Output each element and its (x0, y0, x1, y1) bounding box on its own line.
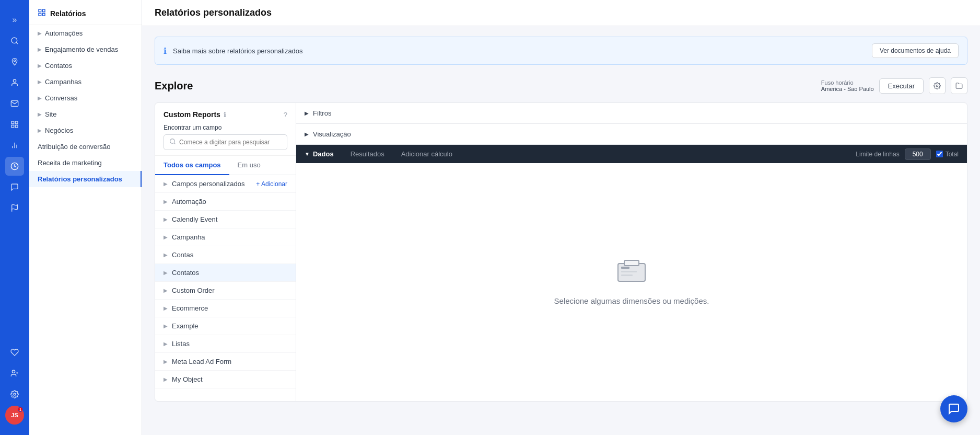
field-group-example[interactable]: ▶ Example (155, 317, 296, 335)
panel-title: Custom Reports (164, 110, 220, 119)
field-group-automacao[interactable]: ▶ Automação (155, 193, 296, 211)
field-group-ecommerce[interactable]: ▶ Ecommerce (155, 300, 296, 317)
tab-all-fields[interactable]: Todos os campos (155, 156, 229, 175)
sidebar-item-label: Contatos (45, 62, 72, 70)
chevron-icon: ▶ (164, 359, 168, 364)
grid-icon[interactable] (5, 115, 24, 134)
sidebar-item-label: Automações (45, 29, 83, 37)
chevron-icon: ▶ (38, 95, 42, 101)
empty-icon (617, 259, 646, 288)
results-tab-label: Resultados (351, 150, 384, 158)
field-group-my-object[interactable]: ▶ My Object (155, 371, 296, 388)
filters-row[interactable]: ▶ Filtros (296, 103, 967, 124)
chevron-icon: ▶ (164, 234, 168, 240)
add-link[interactable]: + Adicionar (256, 180, 287, 188)
field-group-label: Custom Order (172, 287, 215, 294)
data-tab-label: Dados (313, 150, 334, 158)
data-tab-resultados[interactable]: Resultados (342, 145, 393, 163)
sidebar-item-relatorios-personalizados[interactable]: Relatórios personalizados (29, 171, 142, 187)
field-group-label: Ecommerce (172, 304, 208, 312)
field-group-campanha[interactable]: ▶ Campanha (155, 228, 296, 246)
settings-button[interactable] (929, 77, 946, 94)
chat-icon[interactable] (5, 178, 24, 197)
sidebar-item-label: Site (45, 110, 56, 118)
field-group-listas[interactable]: ▶ Listas (155, 335, 296, 353)
sidebar-item-automacoes[interactable]: ▶ Automações (29, 25, 142, 41)
field-group-label: Example (172, 322, 199, 330)
avatar-icon[interactable]: JS 1 (5, 406, 24, 425)
svg-rect-6 (11, 125, 14, 128)
chevron-icon: ▶ (164, 181, 168, 187)
clock-icon[interactable] (5, 157, 24, 176)
expand-icon[interactable]: » (5, 10, 24, 29)
svg-rect-18 (42, 9, 45, 12)
data-tab-dados[interactable]: ▼ Dados (296, 145, 342, 163)
field-group-campos-personalizados[interactable]: ▶ Campos personalizados + Adicionar (155, 175, 296, 193)
timezone-value: America - Sao Paulo (821, 86, 874, 92)
sidebar-item-atribuicao[interactable]: Atribuição de conversão (29, 139, 142, 155)
field-group-contatos[interactable]: ▶ Contatos (155, 264, 296, 282)
sidebar-item-negocios[interactable]: ▶ Negócios (29, 122, 142, 139)
page-title: Relatórios personalizados (155, 7, 272, 18)
search-icon[interactable] (5, 31, 24, 50)
person-icon[interactable] (5, 73, 24, 92)
flag-icon[interactable] (5, 199, 24, 218)
total-checkbox-input[interactable] (936, 151, 943, 157)
tab-in-use[interactable]: Em uso (229, 156, 269, 175)
field-group-calendly[interactable]: ▶ Calendly Event (155, 211, 296, 228)
sidebar-item-contatos[interactable]: ▶ Contatos (29, 58, 142, 74)
data-toolbar-right: Limite de linhas Total (856, 148, 967, 160)
explore-header: Explore Fuso horário America - Sao Paulo… (155, 77, 967, 94)
sidebar-title: Relatórios (50, 9, 86, 18)
sidebar-item-site[interactable]: ▶ Site (29, 106, 142, 122)
left-panel: Custom Reports ℹ ? Encontrar um campo (155, 103, 296, 401)
pin-icon[interactable] (5, 52, 24, 71)
notification-badge: 1 (18, 407, 23, 412)
tabs: Todos os campos Em uso (155, 156, 296, 175)
field-group-label: Campos personalizados (172, 180, 244, 188)
explore-body: Custom Reports ℹ ? Encontrar um campo (155, 102, 967, 402)
visualization-label: Visualização (313, 130, 351, 138)
empty-state-text: Selecione algumas dimensões ou medições. (554, 296, 709, 305)
settings-icon[interactable] (5, 385, 24, 404)
svg-rect-28 (624, 260, 639, 266)
search-input[interactable] (179, 139, 282, 146)
chevron-icon: ▶ (38, 111, 42, 117)
field-group-contas[interactable]: ▶ Contas (155, 246, 296, 264)
sidebar-item-label: Atribuição de conversão (38, 143, 110, 151)
folder-button[interactable] (951, 77, 967, 94)
panel-question-icon[interactable]: ? (284, 111, 287, 119)
line-limit-input[interactable] (905, 148, 931, 160)
svg-line-23 (174, 143, 175, 144)
help-docs-button[interactable]: Ver documentos de ajuda (872, 43, 959, 58)
sidebar-item-campanhas[interactable]: ▶ Campanhas (29, 74, 142, 90)
field-group-custom-order[interactable]: ▶ Custom Order (155, 282, 296, 300)
filters-chevron-icon: ▶ (305, 110, 309, 116)
panel-info-icon[interactable]: ℹ (224, 111, 226, 119)
sidebar-item-engajamento[interactable]: ▶ Engajamento de vendas (29, 41, 142, 58)
field-group-label: Contas (172, 251, 193, 259)
chevron-icon: ▶ (164, 376, 168, 382)
data-toolbar: ▼ Dados Resultados Adicionar cálculo Lim… (296, 145, 967, 163)
timezone-label: Fuso horário (821, 79, 874, 86)
sidebar-item-conversas[interactable]: ▶ Conversas (29, 90, 142, 106)
sidebar-item-receita[interactable]: Receita de marketing (29, 155, 142, 171)
total-checkbox[interactable]: Total (936, 151, 959, 158)
svg-point-2 (14, 60, 15, 61)
field-group-meta-lead[interactable]: ▶ Meta Lead Ad Form (155, 353, 296, 371)
chat-bubble[interactable] (940, 395, 967, 422)
visualization-row[interactable]: ▶ Visualização (296, 124, 967, 145)
sidebar-item-label: Campanhas (45, 78, 81, 86)
chevron-icon: ▶ (164, 305, 168, 311)
mail-icon[interactable] (5, 94, 24, 113)
data-tab-calculo[interactable]: Adicionar cálculo (393, 145, 461, 163)
add-user-icon[interactable] (5, 364, 24, 383)
explore-actions: Fuso horário America - Sao Paulo Executa… (821, 77, 967, 94)
heart-icon[interactable] (5, 343, 24, 362)
line-limit-label: Limite de linhas (856, 151, 899, 158)
execute-button[interactable]: Executar (879, 78, 924, 94)
bar-chart-icon[interactable] (5, 136, 24, 155)
sidebar-header: Relatórios (29, 0, 142, 25)
field-groups: ▶ Campos personalizados + Adicionar ▶ Au… (155, 175, 296, 401)
svg-rect-20 (42, 13, 45, 16)
